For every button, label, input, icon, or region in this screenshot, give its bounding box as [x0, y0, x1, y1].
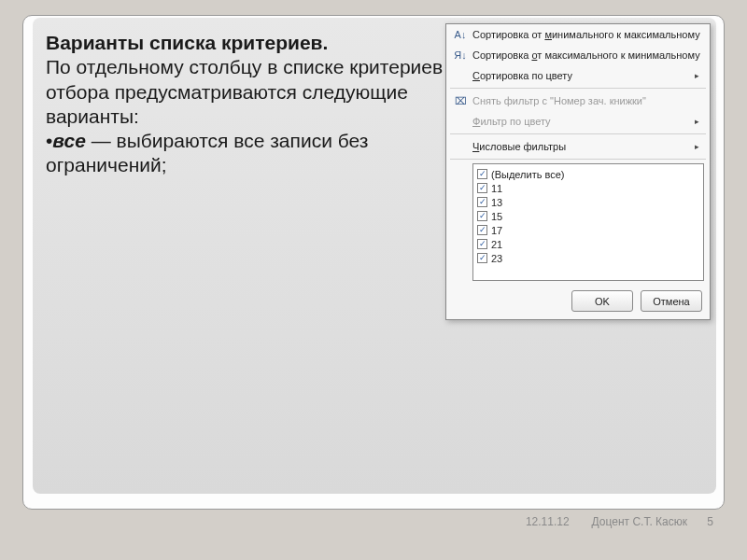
slide-content: Варианты списка критериев. По отдельному… [33, 18, 716, 494]
checkbox-icon[interactable]: ✓ [477, 239, 487, 249]
sort-color-label: Сортировка по цвету [469, 70, 695, 81]
footer-date: 12.11.12 [526, 515, 570, 528]
clear-filter-icon: ⌧ [452, 95, 469, 107]
list-item[interactable]: ✓23 [477, 251, 699, 265]
slide-title: Варианты списка критериев. [46, 32, 328, 53]
checkbox-icon[interactable]: ✓ [477, 169, 487, 179]
sort-ascending-item[interactable]: А↓ Сортировка от минимального к максимал… [446, 24, 710, 45]
cancel-button[interactable]: Отмена [641, 290, 702, 312]
page-number: 5 [707, 515, 713, 528]
ok-button[interactable]: OK [571, 290, 633, 312]
select-all-label: (Выделить все) [491, 169, 564, 180]
list-item[interactable]: ✓11 [477, 181, 699, 195]
list-item[interactable]: ✓17 [477, 223, 699, 237]
list-item[interactable]: ✓13 [477, 195, 699, 209]
clear-filter-label: Снять фильтр с "Номер зач. книжки" [469, 95, 704, 106]
sort-descending-item[interactable]: Я↓ Сортировка от максимального к минимал… [446, 45, 710, 65]
slide-frame: Варианты списка критериев. По отдельному… [22, 15, 725, 510]
footer-author: Доцент С.Т. Касюк [592, 515, 687, 528]
list-item[interactable]: ✓21 [477, 237, 699, 251]
separator [450, 133, 706, 134]
sort-desc-label: Сортировка от максимального к минимально… [469, 49, 704, 61]
filter-color-label: Фильтр по цвету [469, 116, 695, 127]
excel-filter-menu: А↓ Сортировка от минимального к максимал… [445, 23, 711, 320]
sort-by-color-item[interactable]: Сортировка по цвету ▸ [446, 65, 710, 86]
checkbox-icon[interactable]: ✓ [477, 225, 487, 235]
number-filters-item[interactable]: Числовые фильтры ▸ [446, 136, 710, 157]
slide-footer: 12.11.12 Доцент С.Т. Касюк 5 [22, 515, 725, 528]
bullet-term: все [52, 130, 86, 151]
sort-desc-icon: Я↓ [452, 49, 469, 61]
filter-buttons: OK Отмена [446, 287, 710, 314]
list-item[interactable]: ✓15 [477, 209, 699, 223]
number-filters-label: Числовые фильтры [469, 141, 695, 152]
submenu-arrow-icon: ▸ [695, 142, 704, 151]
filter-by-color-item: Фильтр по цвету ▸ [446, 111, 710, 132]
clear-filter-item: ⌧ Снять фильтр с "Номер зач. книжки" [446, 91, 710, 111]
checkbox-icon[interactable]: ✓ [477, 197, 487, 207]
checkbox-icon[interactable]: ✓ [477, 183, 487, 193]
checkbox-icon[interactable]: ✓ [477, 253, 487, 263]
submenu-arrow-icon: ▸ [695, 117, 704, 126]
submenu-arrow-icon: ▸ [695, 71, 704, 80]
slide-body-1: По отдельному столбцу в списке критериев… [46, 56, 443, 127]
filter-values-listbox[interactable]: ✓ (Выделить все) ✓11 ✓13 ✓15 ✓17 ✓21 ✓23 [472, 163, 704, 281]
select-all-row[interactable]: ✓ (Выделить все) [477, 167, 699, 181]
bullet-rest: — выбираются все записи без ограничений; [46, 130, 368, 175]
sort-asc-label: Сортировка от минимального к максимально… [469, 29, 704, 40]
checkbox-icon[interactable]: ✓ [477, 211, 487, 221]
separator [450, 88, 706, 89]
separator [450, 159, 706, 160]
slide-text: Варианты списка критериев. По отдельному… [46, 31, 447, 178]
sort-asc-icon: А↓ [452, 29, 469, 40]
